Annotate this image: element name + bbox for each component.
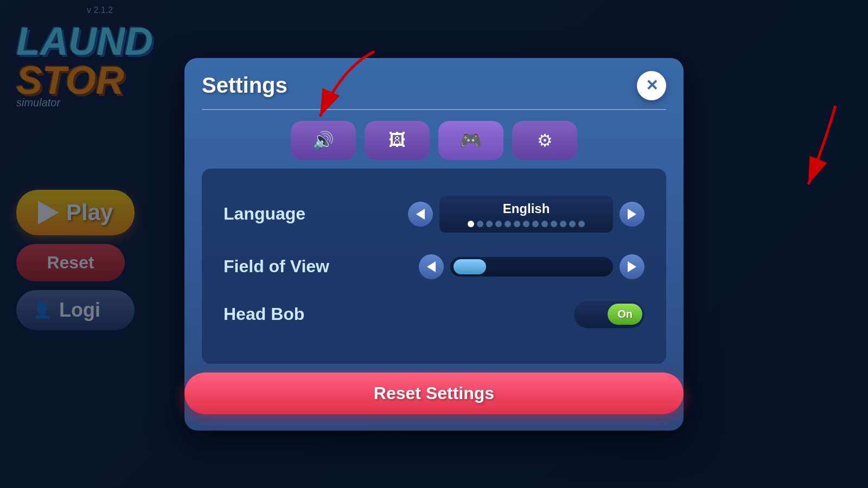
- headbob-toggle[interactable]: On: [574, 301, 644, 328]
- misc-icon: ⚙: [537, 130, 553, 151]
- dot-10: [560, 221, 566, 227]
- dot-6: [523, 221, 529, 227]
- language-control: English: [408, 196, 644, 233]
- language-value: English: [450, 201, 602, 216]
- dot-4: [505, 221, 511, 227]
- fov-thumb: [454, 259, 486, 274]
- fov-slider[interactable]: [450, 257, 613, 277]
- tab-misc[interactable]: ⚙: [512, 121, 577, 160]
- controls-icon: 🎮: [460, 130, 482, 151]
- tab-bar: 🔊 🖼 🎮 ⚙: [184, 110, 684, 160]
- close-button[interactable]: ✕: [637, 71, 666, 100]
- language-dots: [450, 221, 602, 227]
- tab-audio[interactable]: 🔊: [291, 121, 356, 160]
- modal-overlay: Settings ✕ 🔊 🖼 🎮 ⚙ Language: [0, 0, 868, 488]
- language-next-button[interactable]: [620, 202, 644, 227]
- dot-9: [551, 221, 557, 227]
- dot-0: [468, 221, 474, 227]
- headbob-setting-row: Head Bob On: [224, 290, 644, 339]
- dialog-header: Settings ✕: [184, 58, 684, 109]
- fov-next-button[interactable]: [620, 254, 644, 279]
- dot-3: [495, 221, 502, 227]
- language-label: Language: [224, 204, 305, 224]
- fov-setting-row: Field of View: [224, 243, 644, 290]
- language-setting-row: Language English: [224, 185, 644, 243]
- reset-settings-button[interactable]: Reset Settings: [184, 373, 684, 414]
- dot-7: [532, 221, 539, 227]
- dot-2: [486, 221, 493, 227]
- dot-11: [569, 221, 576, 227]
- dot-5: [514, 221, 520, 227]
- dot-8: [541, 221, 548, 227]
- language-selector: English: [439, 196, 613, 233]
- headbob-control: On: [574, 301, 644, 328]
- dialog-title: Settings: [202, 73, 288, 98]
- tab-display[interactable]: 🖼: [365, 121, 430, 160]
- audio-icon: 🔊: [312, 130, 334, 151]
- fov-prev-button[interactable]: [419, 254, 444, 279]
- dot-12: [578, 221, 585, 227]
- settings-dialog: Settings ✕ 🔊 🖼 🎮 ⚙ Language: [184, 58, 684, 431]
- dot-1: [477, 221, 483, 227]
- language-prev-button[interactable]: [408, 202, 433, 227]
- headbob-toggle-value: On: [608, 304, 642, 325]
- fov-label: Field of View: [224, 256, 329, 277]
- tab-controls[interactable]: 🎮: [438, 121, 503, 160]
- annotation-arrow-2: [738, 100, 846, 198]
- settings-content-panel: Language English: [202, 169, 666, 364]
- fov-control: [419, 254, 644, 279]
- headbob-label: Head Bob: [224, 304, 304, 324]
- display-icon: 🖼: [388, 130, 406, 150]
